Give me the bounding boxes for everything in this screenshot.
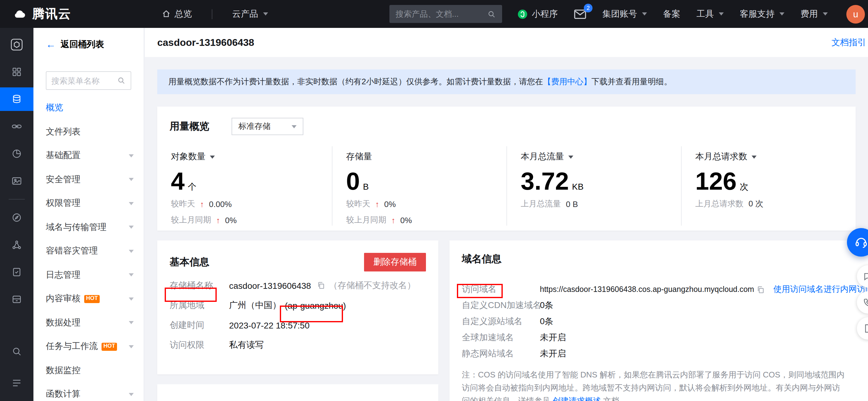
cdn-domain-value: 0条	[540, 300, 554, 311]
sidebar-item-data-monitor[interactable]: 数据监控	[33, 359, 144, 382]
sidebar-item-permissions[interactable]: 权限管理	[33, 192, 144, 216]
rail-item-media[interactable]	[0, 169, 33, 193]
sidebar-item-security[interactable]: 安全管理	[33, 168, 144, 192]
storage-class-value: 标准存储	[238, 121, 271, 132]
rail-item-audit[interactable]	[0, 260, 33, 284]
row-label: 自定义CDN加速域名	[462, 300, 540, 311]
nav-search-box[interactable]	[390, 5, 502, 23]
search-icon[interactable]	[117, 76, 126, 85]
nav-products[interactable]: 云产品	[232, 8, 268, 20]
sidebar-item-tasks-workflow[interactable]: 任务与工作流HOT	[33, 335, 144, 359]
nav-search-input[interactable]	[396, 9, 487, 19]
nav-divider	[212, 9, 212, 19]
nav-overview[interactable]: 总览	[162, 8, 192, 20]
chevron-down-icon	[129, 250, 134, 253]
search-icon[interactable]	[487, 9, 496, 18]
sidebar-item-file-list[interactable]: 文件列表	[33, 120, 144, 144]
bucket-name-note: （存储桶不支持改名）	[329, 280, 416, 291]
sidebar-item-basic-config[interactable]: 基础配置	[33, 144, 144, 168]
sidebar-item-fault-tolerance[interactable]: 容错容灾管理	[33, 239, 144, 263]
doc-guide-link[interactable]: 文档指引	[832, 37, 866, 48]
intranet-access-link[interactable]: 使用访问域名进行内网访问	[773, 284, 868, 295]
stat-sub-row: 上月总请求数0 次	[695, 198, 856, 209]
nav-billing[interactable]: 费用	[801, 8, 828, 20]
stat-sub-row: 较昨天0%	[346, 198, 506, 209]
rail-item-archive[interactable]	[0, 288, 33, 311]
stat-monthly-traffic-dropdown[interactable]: 本月总流量	[521, 151, 681, 162]
rail-divider	[9, 199, 25, 200]
sidebar-item-data-processing[interactable]: 数据处理	[33, 311, 144, 335]
basic-info-title: 基本信息	[169, 256, 209, 269]
sidebar-search-box[interactable]	[46, 71, 131, 90]
domain-info-title: 域名信息	[462, 253, 868, 266]
row-label: 全球加速域名	[462, 332, 540, 343]
nav-tools[interactable]: 工具	[696, 8, 724, 20]
usage-overview-card: 用量概览 标准存储 对象数量 4个	[157, 107, 856, 231]
sidebar-item-logging[interactable]: 日志管理	[33, 263, 144, 287]
row-label: 自定义源站域名	[462, 316, 540, 327]
sidebar-item-domain-transfer[interactable]: 域名与传输管理	[33, 216, 144, 239]
chevron-down-icon	[129, 274, 134, 277]
rail-item-network[interactable]	[0, 233, 33, 257]
copy-icon[interactable]	[756, 285, 765, 293]
stat-monthly-requests-dropdown[interactable]: 本月总请求数	[695, 151, 856, 162]
banner-text: 下载并查看用量明细。	[591, 76, 672, 87]
delete-bucket-button[interactable]: 删除存储桶	[364, 253, 426, 271]
tencent-cloud-logo[interactable]: 腾讯云	[12, 6, 71, 22]
avatar[interactable]: u	[846, 5, 865, 23]
back-to-bucket-list[interactable]: ← 返回桶列表	[33, 28, 144, 50]
rail-item-explore[interactable]	[0, 206, 33, 229]
storage-class-select[interactable]: 标准存储	[231, 118, 303, 135]
chevron-down-icon	[129, 202, 134, 205]
home-icon	[162, 9, 171, 19]
next-card-partial	[157, 384, 438, 401]
sidebar-item-label: 安全管理	[46, 174, 81, 185]
message-count-badge: 2	[584, 3, 592, 12]
rail-item-dashboard[interactable]	[0, 60, 33, 84]
rail-item-zoom[interactable]	[0, 340, 33, 363]
chevron-down-icon	[129, 321, 134, 324]
back-arrow-icon: ←	[46, 40, 56, 50]
sidebar-item-content-audit[interactable]: 内容审核HOT	[33, 287, 144, 311]
sidebar-item-label: 基础配置	[46, 150, 81, 162]
rail-item-product-logo[interactable]	[0, 33, 33, 56]
rail-item-collapse[interactable]	[0, 371, 33, 395]
nav-right-group: 小程序 2 集团账号 备案 工具	[517, 8, 828, 20]
stat-value: 4个	[171, 169, 332, 193]
magnifier-icon	[11, 346, 22, 357]
sidebar-search-input[interactable]	[52, 76, 117, 85]
nav-group-account[interactable]: 集团账号	[602, 8, 647, 20]
hot-badge: HOT	[84, 295, 100, 303]
rail-item-link[interactable]	[0, 115, 33, 138]
nav-support[interactable]: 客服支持	[740, 8, 784, 20]
nav-beian[interactable]: 备案	[663, 8, 680, 20]
usage-notice-banner: 用量概览数据不作为计费计量数据，非实时数据（约有2小时延迟）仅供参考。如需计费计…	[157, 69, 856, 94]
global-accel-row: 全球加速域名 未开启	[462, 333, 868, 343]
sidebar-item-label: 任务与工作流	[46, 341, 98, 352]
copy-icon[interactable]	[317, 281, 326, 289]
billing-center-link[interactable]: 【费用中心】	[543, 76, 591, 87]
image-icon	[11, 175, 22, 187]
rail-item-cos-storage[interactable]	[0, 87, 33, 111]
nav-messages[interactable]: 2	[574, 9, 586, 19]
chevron-down-icon	[779, 12, 784, 16]
nav-miniprogram[interactable]: 小程序	[517, 8, 558, 20]
chevron-down-icon	[291, 125, 297, 128]
stat-storage-volume: 存储量 0B 较昨天0% 较上月同期0%	[332, 146, 506, 226]
create-time-row: 创建时间 2023-07-22 18:57:50	[169, 319, 426, 331]
sidebar-menu: 概览 文件列表 基础配置 安全管理 权限管理 域名与传输管理 容错容灾管理 日志…	[33, 96, 144, 401]
chevron-down-icon	[129, 178, 134, 181]
note-text: 注：COS 的访问域名使用了智能 DNS 解析，如果您在腾讯云内部署了服务用于访…	[462, 370, 845, 401]
stat-object-count-dropdown[interactable]: 对象数量	[171, 151, 332, 162]
create-request-doc-link[interactable]: 创建请求概述	[553, 396, 601, 401]
sidebar-item-scf[interactable]: 函数计算	[33, 382, 144, 401]
stat-sub-row: 上月总流量0 B	[521, 198, 681, 209]
console-viewport: 腾讯云 总览 云产品	[0, 0, 868, 401]
sidebar-item-overview[interactable]: 概览	[33, 96, 144, 120]
chevron-down-icon	[129, 226, 134, 229]
triangle-down-icon	[210, 155, 215, 159]
origin-domain-row: 自定义源站域名 0条	[462, 317, 868, 326]
rail-item-statistics[interactable]	[0, 142, 33, 166]
stat-sub-row: 较昨天0.00%	[171, 198, 332, 209]
stat-object-count: 对象数量 4个 较昨天0.00% 较上月同期0%	[157, 146, 332, 226]
